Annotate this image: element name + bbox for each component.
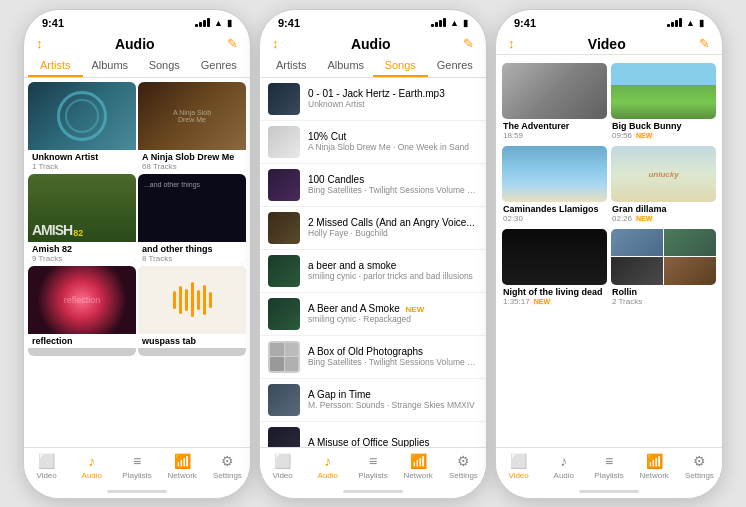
status-bar-2: 9:41 ▲ ▮ — [260, 10, 486, 32]
nav-label: Network — [404, 471, 433, 480]
battery-icon: ▮ — [227, 18, 232, 28]
video-meta: 02:30 — [503, 214, 606, 223]
nav-label: Playlists — [594, 471, 623, 480]
nav-network[interactable]: 📶 Network — [632, 453, 677, 480]
edit-icon[interactable]: ✎ — [699, 36, 710, 51]
song-thumb — [268, 83, 300, 115]
wifi-icon: ▲ — [686, 18, 695, 28]
video-meta: 1:35:17 NEW — [503, 297, 606, 306]
nav-label: Settings — [449, 471, 478, 480]
artist-info-unknown: Unknown Artist 1 Track — [28, 150, 136, 172]
song-title: 0 - 01 - Jack Hertz - Earth.mp3 — [308, 88, 478, 99]
video-card-rollin[interactable]: Rollin 2 Tracks — [611, 229, 716, 308]
song-item[interactable]: A Beer and A Smoke NEW smiling cynic · R… — [260, 293, 486, 336]
nav-network[interactable]: 📶 Network — [160, 453, 205, 480]
tab-songs[interactable]: Songs — [137, 54, 192, 77]
video-title: Gran dillama — [612, 204, 715, 214]
video-card-bigbuck[interactable]: Big Buck Bunny 09:56 NEW — [611, 63, 716, 142]
artist-card-other[interactable]: ...and other things and other things 8 T… — [138, 174, 246, 264]
bottom-nav-1: ⬜ Video ♪ Audio ≡ Playlists 📶 Network ⚙ … — [24, 447, 250, 486]
nav-label: Network — [168, 471, 197, 480]
video-info: Night of the living dead 1:35:17 NEW — [502, 285, 607, 308]
artist-tracks: 68 Tracks — [142, 162, 242, 171]
artist-card-unknown[interactable]: Unknown Artist 1 Track — [28, 82, 136, 172]
artist-card-wuspass[interactable]: wuspass tab — [138, 266, 246, 356]
song-meta: A Ninja Slob Drew Me · One Week in Sand — [308, 142, 478, 152]
nav-video[interactable]: ⬜ Video — [24, 453, 69, 480]
nav-label: Network — [640, 471, 669, 480]
audio-icon: ♪ — [88, 453, 95, 469]
nav-playlists[interactable]: ≡ Playlists — [586, 453, 631, 480]
nav-label: Video — [272, 471, 292, 480]
video-duration: 02:30 — [503, 214, 523, 223]
phone-video: 9:41 ▲ ▮ ↕ Video ✎ The Adventurer — [495, 9, 723, 499]
artist-grid: Unknown Artist 1 Track A Ninja SlobDrew … — [24, 78, 250, 360]
video-thumb — [502, 63, 607, 119]
song-item[interactable]: 100 Candles Bing Satellites · Twilight S… — [260, 164, 486, 207]
audio-icon: ♪ — [324, 453, 331, 469]
video-meta: 09:56 NEW — [612, 131, 715, 140]
song-info: a beer and a smoke smiling cynic · parlo… — [308, 260, 478, 281]
nav-video[interactable]: ⬜ Video — [496, 453, 541, 480]
tab-genres[interactable]: Genres — [192, 54, 247, 77]
nav-label: Playlists — [358, 471, 387, 480]
tab-albums[interactable]: Albums — [83, 54, 138, 77]
nav-video[interactable]: ⬜ Video — [260, 453, 305, 480]
nav-network[interactable]: 📶 Network — [396, 453, 441, 480]
song-info: A Misuse of Office Supplies — [308, 437, 478, 447]
edit-icon[interactable]: ✎ — [463, 36, 474, 51]
nav-audio[interactable]: ♪ Audio — [541, 453, 586, 480]
nav-playlists[interactable]: ≡ Playlists — [350, 453, 395, 480]
tab-genres[interactable]: Genres — [428, 54, 483, 77]
video-thumb: unlucky — [611, 146, 716, 202]
video-title: The Adventurer — [503, 121, 606, 131]
artist-name: wuspass tab — [142, 336, 242, 346]
video-duration: 1:35:17 — [503, 297, 530, 306]
song-item[interactable]: A Gap in Time M. Persson: Sounds · Stran… — [260, 379, 486, 422]
song-meta: Bing Satellites · Twilight Sessions Volu… — [308, 185, 478, 195]
wifi-icon: ▲ — [214, 18, 223, 28]
artist-info-amish: Amish 82 9 Tracks — [28, 242, 136, 264]
song-item[interactable]: A Misuse of Office Supplies — [260, 422, 486, 447]
nav-audio[interactable]: ♪ Audio — [305, 453, 350, 480]
video-card-nightliving[interactable]: Night of the living dead 1:35:17 NEW — [502, 229, 607, 308]
video-card-caminandes[interactable]: Caminandes Llamigos 02:30 — [502, 146, 607, 225]
tab-albums[interactable]: Albums — [319, 54, 374, 77]
new-badge: NEW — [406, 305, 425, 314]
status-bar-3: 9:41 ▲ ▮ — [496, 10, 722, 32]
header-3: ↕ Video ✎ — [496, 32, 722, 54]
video-meta: 02:26 NEW — [612, 214, 715, 223]
video-card-grandillama[interactable]: unlucky Gran dillama 02:26 NEW — [611, 146, 716, 225]
settings-icon: ⚙ — [457, 453, 470, 469]
bottom-nav-3: ⬜ Video ♪ Audio ≡ Playlists 📶 Network ⚙ … — [496, 447, 722, 486]
song-item[interactable]: 0 - 01 - Jack Hertz - Earth.mp3 Unknown … — [260, 78, 486, 121]
nav-settings[interactable]: ⚙ Settings — [441, 453, 486, 480]
song-item[interactable]: a beer and a smoke smiling cynic · parlo… — [260, 250, 486, 293]
song-item[interactable]: 10% Cut A Ninja Slob Drew Me · One Week … — [260, 121, 486, 164]
video-card-adventurer[interactable]: The Adventurer 18:59 — [502, 63, 607, 142]
artist-name: and other things — [142, 244, 242, 254]
tabs-1: Artists Albums Songs Genres — [24, 54, 250, 78]
video-info: The Adventurer 18:59 — [502, 119, 607, 142]
signal-icon — [431, 18, 446, 27]
song-item-box-photographs[interactable]: A Box of Old Photographs Bing Satellites… — [260, 336, 486, 379]
tab-songs[interactable]: Songs — [373, 54, 428, 77]
artist-card-ninja[interactable]: A Ninja SlobDrew Me A Ninja Slob Drew Me… — [138, 82, 246, 172]
nav-audio[interactable]: ♪ Audio — [69, 453, 114, 480]
settings-icon: ⚙ — [221, 453, 234, 469]
playlists-icon: ≡ — [369, 453, 377, 469]
nav-settings[interactable]: ⚙ Settings — [677, 453, 722, 480]
edit-icon[interactable]: ✎ — [227, 36, 238, 51]
artist-card-amish[interactable]: AMISH 82 Amish 82 9 Tracks — [28, 174, 136, 264]
artists-content: Unknown Artist 1 Track A Ninja SlobDrew … — [24, 78, 250, 447]
page-title-2: Audio — [279, 36, 464, 52]
song-item[interactable]: 2 Missed Calls (And an Angry Voice... Ho… — [260, 207, 486, 250]
song-thumb — [268, 255, 300, 287]
nav-playlists[interactable]: ≡ Playlists — [114, 453, 159, 480]
nav-settings[interactable]: ⚙ Settings — [205, 453, 250, 480]
song-info: A Beer and A Smoke NEW smiling cynic · R… — [308, 303, 478, 324]
artist-card-reflection[interactable]: reflection reflection — [28, 266, 136, 356]
video-track-count: 2 Tracks — [612, 297, 642, 306]
tab-artists[interactable]: Artists — [264, 54, 319, 77]
tab-artists[interactable]: Artists — [28, 54, 83, 77]
